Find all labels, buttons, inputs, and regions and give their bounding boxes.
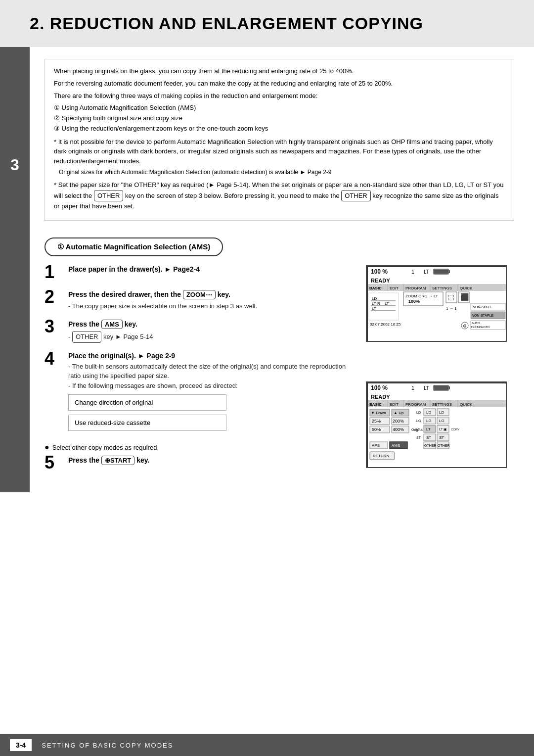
- svg-text:1: 1: [411, 385, 414, 391]
- step-3-content: Press the AMS key. - OTHER key ► Page 5-…: [68, 320, 356, 343]
- step-2-content: Press the desired drawer, then the ZOOM⋯…: [68, 290, 356, 311]
- svg-text:LT: LT: [424, 269, 429, 275]
- svg-rect-52: [434, 386, 448, 390]
- svg-text:LD: LD: [439, 410, 444, 415]
- note-3: * Set the paper size for "the OTHER" key…: [54, 180, 505, 211]
- svg-text:READY: READY: [371, 394, 390, 400]
- svg-text:▼ Down: ▼ Down: [371, 411, 386, 415]
- step-5: 5 Press the ⊕START key.: [44, 456, 356, 472]
- message-box-2: Use reduced-size cassette: [68, 415, 226, 431]
- svg-text:OTHER: OTHER: [424, 444, 437, 447]
- main-content: 3 When placing originals on the glass, y…: [0, 47, 534, 492]
- svg-rect-51: [448, 386, 450, 389]
- svg-text:QUICK: QUICK: [460, 286, 473, 290]
- step-4-content: Place the original(s). ► Page 2-9 - The …: [68, 352, 356, 435]
- svg-text:COPY: COPY: [451, 428, 459, 431]
- info-box: When placing originals on the glass, you…: [44, 59, 514, 221]
- page-title: 2. REDUCTION AND ENLARGEMENT COPYING: [30, 14, 504, 33]
- svg-text:02.07.2002 10:25: 02.07.2002 10:25: [370, 322, 401, 327]
- step-5-title: Press the ⊕START key.: [68, 456, 356, 465]
- svg-text:⬛: ⬛: [460, 293, 469, 301]
- svg-text:LD: LD: [372, 296, 377, 301]
- page-container: 2. REDUCTION AND ENLARGEMENT COPYING 3 W…: [0, 0, 534, 756]
- content-area: When placing originals on the glass, you…: [30, 47, 534, 492]
- step-3-number: 3: [44, 318, 62, 335]
- svg-text:BASIC: BASIC: [369, 286, 382, 290]
- svg-text:▲ Up: ▲ Up: [394, 411, 404, 415]
- mode-list: ① Using Automatic Magnification Selectio…: [54, 103, 505, 134]
- steps-left: 1 Place paper in the drawer(s). ► Page2-…: [44, 265, 356, 481]
- svg-text:READY: READY: [371, 278, 390, 284]
- svg-text:100 %: 100 %: [371, 268, 388, 275]
- info-line-1: When placing originals on the glass, you…: [54, 66, 505, 77]
- sidebar-number-block: 3: [0, 47, 30, 492]
- step-2-number: 2: [44, 288, 62, 306]
- step-2-title: Press the desired drawer, then the ZOOM⋯…: [68, 290, 356, 299]
- svg-text:LT ▣: LT ▣: [439, 427, 447, 431]
- svg-text:25%: 25%: [372, 419, 381, 424]
- info-line-3: There are the following three ways of ma…: [54, 91, 505, 101]
- svg-text:PROGRAM: PROGRAM: [405, 286, 426, 290]
- screen-1-svg: 100 % 1 LT READY BASIC: [367, 266, 507, 342]
- step-2: 2 Press the desired drawer, then the ZOO…: [44, 290, 356, 311]
- step-3: 3 Press the AMS key. - OTHER key ► Page …: [44, 320, 356, 343]
- svg-text:⬚: ⬚: [448, 293, 454, 301]
- step-5-number: 5: [44, 454, 62, 472]
- screen-panel-2: 100 % 1 LT READY BASIC ED: [366, 381, 507, 468]
- bullet-select-modes: ● Select other copy modes as required.: [44, 444, 356, 452]
- screen-2-svg: 100 % 1 LT READY BASIC ED: [367, 382, 507, 468]
- footer-bar: 3-4 SETTING OF BASIC COPY MODES: [0, 734, 534, 756]
- svg-text:⚙: ⚙: [463, 324, 467, 329]
- svg-text:NON-SORT: NON-SORT: [473, 305, 491, 309]
- mode-list-item-3: ③ Using the reduction/enlargement zoom k…: [54, 124, 505, 134]
- step-4-title: Place the original(s). ► Page 2-9: [68, 352, 356, 360]
- svg-text:ST: ST: [439, 435, 444, 440]
- svg-text:APS: APS: [372, 443, 380, 448]
- step-5-content: Press the ⊕START key.: [68, 456, 356, 467]
- bullet-dot: ●: [44, 443, 49, 452]
- step-1: 1 Place paper in the drawer(s). ► Page2-…: [44, 265, 356, 281]
- ams-section-header: ① Automatic Magnification Selection (AMS…: [44, 237, 223, 256]
- svg-text:LD: LD: [416, 411, 421, 414]
- svg-text:PROGRAM: PROGRAM: [405, 402, 426, 407]
- steps-right: 100 % 1 LT READY BASIC: [366, 265, 514, 481]
- svg-rect-6: [434, 270, 448, 274]
- svg-text:50%: 50%: [372, 427, 381, 432]
- svg-rect-5: [448, 270, 450, 273]
- mode-list-item-2: ② Specifying both original size and copy…: [54, 113, 505, 124]
- step-3-title: Press the AMS key.: [68, 320, 356, 329]
- steps-area: 1 Place paper in the drawer(s). ► Page2-…: [44, 265, 514, 481]
- info-line-2: For the reversing automatic document fee…: [54, 79, 505, 89]
- svg-text:BASIC: BASIC: [369, 402, 382, 407]
- step-4-desc: - The built-in sensors automatically det…: [68, 362, 356, 391]
- svg-text:LT: LT: [416, 427, 420, 431]
- svg-text:400%: 400%: [393, 427, 404, 432]
- svg-text:LD: LD: [426, 410, 431, 415]
- svg-text:RETURN: RETURN: [373, 454, 390, 458]
- svg-text:AMS: AMS: [392, 443, 400, 448]
- svg-text:ST: ST: [416, 436, 421, 439]
- svg-text:LG: LG: [426, 419, 432, 423]
- svg-text:QUICK: QUICK: [460, 402, 473, 407]
- svg-text:LT-R: LT-R: [372, 301, 380, 306]
- svg-text:LT: LT: [372, 306, 376, 311]
- svg-text:100%: 100%: [408, 299, 420, 304]
- svg-text:1: 1: [411, 269, 414, 275]
- svg-text:TEXT/PHOTO: TEXT/PHOTO: [471, 326, 490, 329]
- svg-text:AUTO: AUTO: [472, 322, 480, 325]
- svg-text:SETTINGS: SETTINGS: [432, 286, 452, 290]
- svg-text:SETTINGS: SETTINGS: [432, 402, 452, 407]
- note-2: Original sizes for which Automatic Magni…: [59, 168, 505, 177]
- step-1-title: Place paper in the drawer(s). ► Page2-4: [68, 265, 356, 273]
- chapter-number: 3: [10, 156, 19, 174]
- svg-text:100 %: 100 %: [371, 384, 388, 391]
- bullet-text: Select other copy modes as required.: [52, 444, 159, 451]
- svg-text:LG: LG: [416, 419, 421, 423]
- step-1-content: Place paper in the drawer(s). ► Page2-4: [68, 265, 356, 275]
- svg-text:LT: LT: [426, 427, 431, 431]
- mode-list-item-1: ① Using Automatic Magnification Selectio…: [54, 103, 505, 113]
- step-1-number: 1: [44, 263, 62, 281]
- svg-text:NON-STAPLE: NON-STAPLE: [472, 314, 494, 317]
- svg-text:LG: LG: [439, 419, 445, 423]
- message-box-1: Change direction of original: [68, 394, 226, 411]
